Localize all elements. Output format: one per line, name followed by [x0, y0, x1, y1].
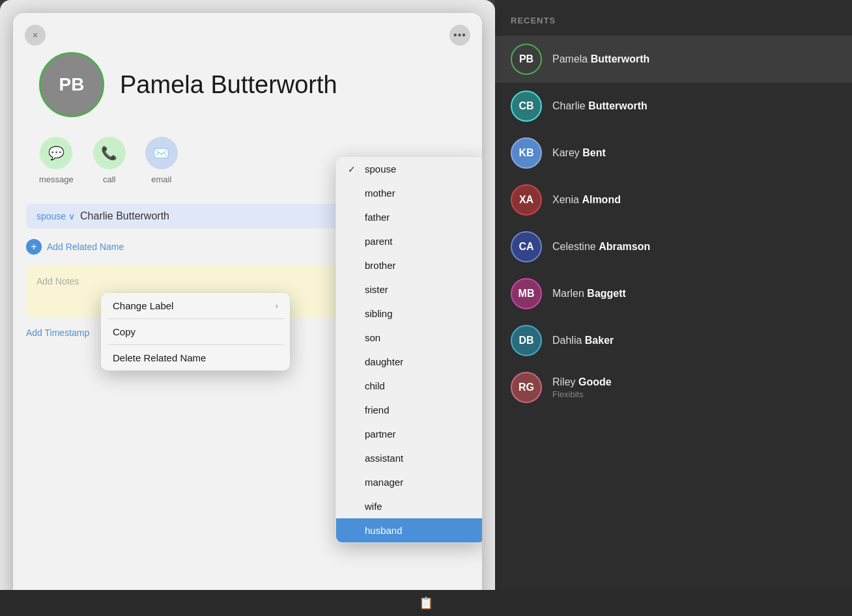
call-label: call: [103, 175, 116, 184]
avatar-cb: CB: [511, 91, 542, 122]
contact-name: Pamela Butterworth: [120, 71, 337, 99]
card-window: × ••• PB Pamela Butterworth 💬 message �: [13, 13, 482, 603]
recent-name-xa: Xenia Almond: [552, 194, 621, 206]
contact-avatar: PB: [39, 52, 104, 117]
label-wife[interactable]: wife: [336, 494, 482, 518]
label-assistant[interactable]: assistant: [336, 446, 482, 470]
more-button[interactable]: •••: [449, 25, 470, 46]
delete-related-item[interactable]: Delete Related Name: [101, 345, 290, 371]
label-daughter[interactable]: daughter: [336, 350, 482, 374]
avatar-mb: MB: [511, 278, 542, 309]
message-icon: 💬: [40, 137, 72, 169]
recent-name-db: Dahlia Baker: [552, 335, 614, 346]
checkmark-icon: ✓: [348, 164, 358, 175]
recent-item-rg[interactable]: RG Riley Goode Flexibits: [495, 364, 852, 411]
contact-header: PB Pamela Butterworth: [13, 13, 482, 137]
chevron-right-icon: ›: [276, 301, 278, 311]
email-label: email: [151, 175, 171, 184]
email-icon: ✉️: [145, 137, 178, 169]
label-dropdown: ✓ spouse mother father parent brot: [335, 156, 482, 543]
recents-title: RECENTS: [511, 16, 836, 25]
recent-item-db[interactable]: DB Dahlia Baker: [495, 317, 852, 364]
label-spouse[interactable]: ✓ spouse: [336, 157, 482, 181]
label-son[interactable]: son: [336, 326, 482, 350]
add-icon: +: [26, 239, 42, 255]
app-container: × ••• PB Pamela Butterworth 💬 message �: [0, 0, 852, 616]
recent-subtitle-rg: Flexibits: [552, 389, 612, 399]
avatar-ca: CA: [511, 231, 542, 262]
label-father[interactable]: father: [336, 205, 482, 229]
recent-item-mb[interactable]: MB Marlen Baggett: [495, 270, 852, 317]
recent-name-rg: Riley Goode: [552, 376, 612, 388]
avatar-db: DB: [511, 325, 542, 356]
close-icon: ×: [33, 30, 38, 40]
recent-item-kb[interactable]: KB Karey Bent: [495, 130, 852, 176]
recent-name-pb: Pamela Butterworth: [552, 53, 649, 65]
copy-item[interactable]: Copy: [101, 319, 290, 344]
label-sister[interactable]: sister: [336, 277, 482, 301]
add-related-label: Add Related Name: [47, 242, 124, 252]
contact-panel: × ••• PB Pamela Butterworth 💬 message �: [0, 0, 495, 616]
label-husband[interactable]: husband: [336, 518, 482, 542]
recent-name-cb: Charlie Butterworth: [552, 100, 647, 112]
change-label-item[interactable]: Change Label ›: [101, 293, 290, 318]
avatar-rg: RG: [511, 372, 542, 403]
label-partner[interactable]: partner: [336, 422, 482, 446]
notes-placeholder: Add Notes: [36, 276, 79, 287]
avatar-pb: PB: [511, 44, 542, 75]
label-mother[interactable]: mother: [336, 181, 482, 205]
recents-panel: RECENTS PB Pamela Butterworth CB Charlie…: [495, 0, 852, 616]
ellipsis-icon: •••: [453, 29, 466, 41]
label-sibling[interactable]: sibling: [336, 301, 482, 326]
message-label: message: [39, 175, 74, 184]
avatar-initials: PB: [59, 74, 85, 95]
label-parent[interactable]: parent: [336, 229, 482, 253]
avatar-kb: KB: [511, 137, 542, 169]
label-manager[interactable]: manager: [336, 470, 482, 494]
recent-item-xa[interactable]: XA Xenia Almond: [495, 176, 852, 223]
recent-item-cb[interactable]: CB Charlie Butterworth: [495, 83, 852, 130]
label-child[interactable]: child: [336, 374, 482, 398]
related-label: spouse ∨: [36, 211, 75, 221]
recent-name-ca: Celestine Abramson: [552, 241, 650, 253]
recents-header: RECENTS: [495, 0, 852, 36]
recent-name-kb: Karey Bent: [552, 147, 606, 159]
avatar-xa: XA: [511, 184, 542, 216]
contacts-icon: 📋: [419, 596, 433, 610]
close-button[interactable]: ×: [25, 25, 46, 46]
recent-item-ca[interactable]: CA Celestine Abramson: [495, 223, 852, 270]
related-name: Charlie Butterworth: [80, 210, 169, 222]
recent-item-pb[interactable]: PB Pamela Butterworth: [495, 36, 852, 83]
call-button[interactable]: 📞 call: [93, 137, 126, 184]
bottom-bar: 📋: [0, 590, 852, 616]
call-icon: 📞: [93, 137, 126, 169]
context-menu: Change Label › Copy Delete Related Name: [101, 293, 290, 371]
label-friend[interactable]: friend: [336, 398, 482, 422]
label-brother[interactable]: brother: [336, 253, 482, 277]
email-button[interactable]: ✉️ email: [145, 137, 178, 184]
recent-name-mb: Marlen Baggett: [552, 288, 626, 300]
message-button[interactable]: 💬 message: [39, 137, 74, 184]
